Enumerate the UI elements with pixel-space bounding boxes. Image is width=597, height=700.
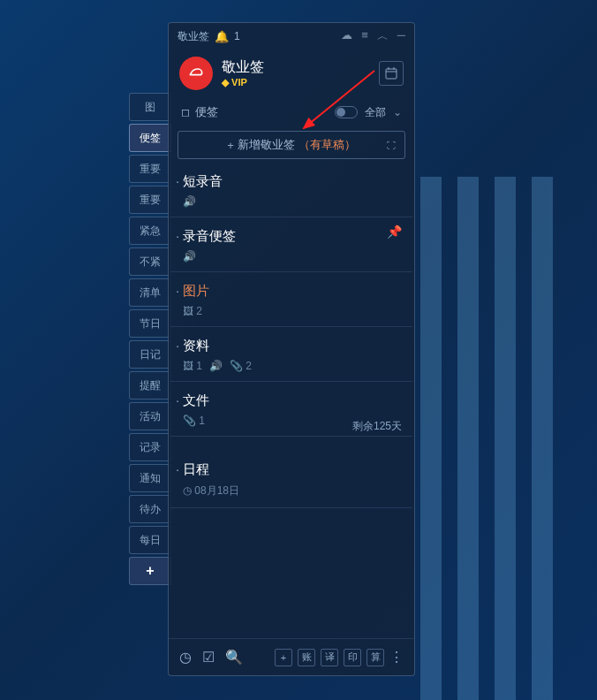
clock-icon: ◷ 08月18日 [183, 483, 239, 498]
note-meta: 🖼 2 [183, 305, 400, 317]
note-meta: ◷ 08月18日 [183, 483, 400, 498]
checklist-icon[interactable]: ☑ [202, 649, 215, 666]
note-title: 资料 [183, 338, 400, 354]
brand-name: 敬业签 [222, 58, 264, 77]
expand-icon: ⛶ [387, 141, 396, 150]
note-title: 录音便签 [183, 228, 400, 245]
image-icon: 🖼 1 [183, 360, 202, 372]
sidebar-tab[interactable]: 重要 [129, 186, 171, 214]
sidebar-tab[interactable]: 清单 [129, 278, 171, 307]
section-header: ◻ 便签 全部 ⌄ [169, 97, 414, 127]
add-label: 新增敬业签 [238, 137, 295, 153]
more-icon[interactable]: ⋮ [389, 649, 404, 666]
sound-icon: 🔊 [183, 195, 196, 208]
bookmark-icon: ◻ [181, 106, 190, 118]
note-item[interactable]: 资料🖼 1🔊📎 2 [170, 327, 412, 382]
note-list: 短录音🔊📌录音便签🔊图片🖼 2资料🖼 1🔊📎 2文件📎 1剩余125天日程◷ 0… [169, 163, 414, 508]
vip-badge: VIP [222, 77, 264, 88]
toolbar-action[interactable]: 账 [298, 649, 315, 666]
image-icon: 🖼 2 [183, 305, 202, 317]
titlebar: 敬业签 🔔 1 ☁ ≡ ︿ ─ [169, 23, 414, 49]
note-meta: 🔊 [183, 250, 400, 262]
bottom-toolbar: ◷ ☑ 🔍 + 账译印算⋮ [169, 638, 414, 675]
note-item[interactable]: 剩余125天日程◷ 08月18日 [170, 437, 412, 508]
note-meta: 🖼 1🔊📎 2 [183, 360, 400, 372]
note-title: 文件 [183, 392, 400, 409]
svg-rect-0 [386, 69, 397, 79]
sidebar-tab[interactable]: 便签 [129, 124, 171, 152]
sidebar-tab[interactable]: 待办 [129, 495, 171, 523]
note-meta: 🔊 [183, 195, 400, 208]
sidebar-tab[interactable]: 图 [129, 93, 171, 121]
app-name: 敬业签 [178, 29, 209, 44]
app-window: 敬业签 🔔 1 ☁ ≡ ︿ ─ 敬业签 VIP ◻ 便签 全部 [168, 22, 415, 676]
sidebar-add-tab[interactable]: + [129, 557, 171, 585]
notification-count: 1 [234, 30, 240, 42]
sound-icon: 🔊 [183, 250, 196, 262]
plus-icon: + [227, 139, 234, 152]
sidebar-tab[interactable]: 记录 [129, 433, 171, 461]
view-toggle[interactable] [335, 106, 358, 118]
calendar-button[interactable] [379, 61, 404, 86]
pin-icon: 📌 [387, 224, 402, 239]
sidebar-tab[interactable]: 日记 [129, 340, 171, 369]
minimize-icon[interactable]: ︿ [377, 28, 389, 44]
sync-icon[interactable]: ☁ [341, 28, 352, 44]
sound-icon: 🔊 [209, 360, 223, 372]
app-logo [179, 57, 213, 90]
note-item[interactable]: 📌录音便签🔊 [170, 217, 412, 272]
note-item[interactable]: 短录音🔊 [170, 163, 412, 217]
sidebar-tab[interactable]: 重要 [129, 155, 171, 183]
notification-bell-icon[interactable]: 🔔 [215, 30, 229, 43]
sidebar-tab[interactable]: 活动 [129, 402, 171, 430]
attachment-icon: 📎 2 [230, 360, 252, 372]
close-icon[interactable]: ─ [397, 28, 405, 44]
note-title: 短录音 [183, 173, 400, 190]
toolbar-action[interactable]: 印 [344, 649, 361, 666]
add-note-button[interactable]: + 新增敬业签 （有草稿） ⛶ [178, 131, 405, 159]
remaining-days: 剩余125天 [352, 419, 402, 434]
sidebar-tab[interactable]: 节日 [129, 309, 171, 338]
toolbar-action[interactable]: 算 [367, 649, 384, 666]
sidebar-tab[interactable]: 通知 [129, 464, 171, 492]
section-label: 便签 [195, 104, 218, 120]
sidebar-tab[interactable]: 紧急 [129, 217, 171, 245]
history-icon[interactable]: ◷ [179, 649, 192, 666]
filter-label[interactable]: 全部 [365, 105, 386, 120]
toolbar-action[interactable]: 译 [321, 649, 338, 666]
chevron-down-icon[interactable]: ⌄ [393, 106, 402, 118]
sidebar-tab[interactable]: 每日 [129, 526, 171, 554]
sidebar-tab[interactable]: 不紧 [129, 247, 171, 276]
note-title: 图片 [183, 283, 400, 300]
note-title: 日程 [183, 461, 400, 478]
brand-row: 敬业签 VIP [169, 49, 414, 97]
draft-indicator: （有草稿） [298, 137, 356, 153]
search-icon[interactable]: 🔍 [225, 649, 243, 666]
attachment-icon: 📎 1 [183, 415, 205, 427]
add-square-button[interactable]: + [275, 649, 292, 666]
menu-icon[interactable]: ≡ [361, 28, 368, 44]
sidebar-tab[interactable]: 提醒 [129, 371, 171, 399]
note-item[interactable]: 图片🖼 2 [170, 272, 412, 327]
category-sidebar: 图便签重要重要紧急不紧清单节日日记提醒活动记录通知待办每日+ [129, 93, 171, 588]
